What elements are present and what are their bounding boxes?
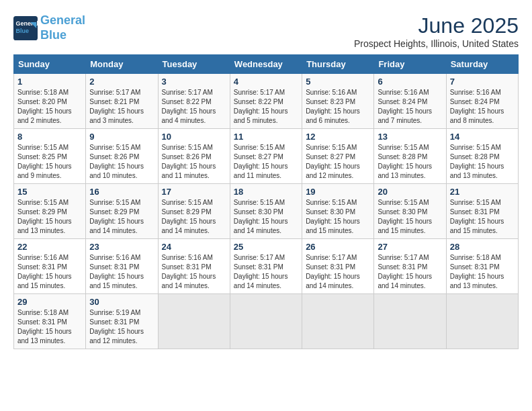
day-info: Sunrise: 5:16 AM Sunset: 8:31 PM Dayligh…: [89, 253, 154, 291]
day-info: Sunrise: 5:15 AM Sunset: 8:31 PM Dayligh…: [450, 198, 515, 236]
day-info: Sunrise: 5:17 AM Sunset: 8:22 PM Dayligh…: [234, 88, 298, 126]
col-thursday: Thursday: [302, 55, 374, 74]
svg-text:Blue: Blue: [16, 28, 30, 34]
calendar-day-cell: 12Sunrise: 5:15 AM Sunset: 8:27 PM Dayli…: [302, 129, 374, 184]
day-number: 20: [378, 187, 442, 197]
day-number: 23: [89, 242, 154, 252]
calendar-day-cell: 15Sunrise: 5:15 AM Sunset: 8:29 PM Dayli…: [14, 184, 86, 239]
calendar-day-cell: 18Sunrise: 5:15 AM Sunset: 8:30 PM Dayli…: [230, 184, 302, 239]
day-number: 24: [162, 242, 226, 252]
day-info: Sunrise: 5:15 AM Sunset: 8:26 PM Dayligh…: [89, 143, 154, 181]
day-number: 13: [378, 132, 442, 142]
calendar-day-cell: 3Sunrise: 5:17 AM Sunset: 8:22 PM Daylig…: [158, 74, 230, 129]
col-friday: Friday: [374, 55, 446, 74]
day-info: Sunrise: 5:15 AM Sunset: 8:28 PM Dayligh…: [378, 143, 442, 181]
calendar-day-cell: 14Sunrise: 5:15 AM Sunset: 8:28 PM Dayli…: [446, 129, 518, 184]
calendar-day-cell: 8Sunrise: 5:15 AM Sunset: 8:25 PM Daylig…: [14, 129, 86, 184]
calendar-day-cell: 28Sunrise: 5:18 AM Sunset: 8:31 PM Dayli…: [446, 239, 518, 294]
calendar-day-cell: [374, 294, 446, 349]
day-info: Sunrise: 5:19 AM Sunset: 8:31 PM Dayligh…: [89, 308, 154, 346]
calendar-day-cell: 7Sunrise: 5:16 AM Sunset: 8:24 PM Daylig…: [446, 74, 518, 129]
day-number: 19: [306, 187, 370, 197]
calendar-day-cell: 4Sunrise: 5:17 AM Sunset: 8:22 PM Daylig…: [230, 74, 302, 129]
day-number: 27: [378, 242, 442, 252]
calendar-day-cell: 6Sunrise: 5:16 AM Sunset: 8:24 PM Daylig…: [374, 74, 446, 129]
day-info: Sunrise: 5:15 AM Sunset: 8:27 PM Dayligh…: [234, 143, 298, 181]
day-number: 1: [17, 77, 82, 87]
page-header: General Blue General Blue June 2025 Pros…: [13, 13, 519, 49]
day-number: 28: [450, 242, 515, 252]
day-number: 29: [17, 297, 82, 307]
day-info: Sunrise: 5:15 AM Sunset: 8:29 PM Dayligh…: [162, 198, 226, 236]
day-number: 8: [17, 132, 82, 142]
calendar-day-cell: 29Sunrise: 5:18 AM Sunset: 8:31 PM Dayli…: [14, 294, 86, 349]
col-monday: Monday: [86, 55, 158, 74]
logo-text: General Blue: [40, 13, 85, 42]
col-sunday: Sunday: [14, 55, 86, 74]
calendar-week-row: 29Sunrise: 5:18 AM Sunset: 8:31 PM Dayli…: [14, 294, 519, 349]
day-info: Sunrise: 5:15 AM Sunset: 8:26 PM Dayligh…: [162, 143, 226, 181]
day-info: Sunrise: 5:16 AM Sunset: 8:23 PM Dayligh…: [306, 88, 370, 126]
day-number: 4: [234, 77, 298, 87]
day-info: Sunrise: 5:18 AM Sunset: 8:31 PM Dayligh…: [450, 253, 515, 291]
calendar-header-row: Sunday Monday Tuesday Wednesday Thursday…: [14, 55, 519, 74]
calendar-week-row: 1Sunrise: 5:18 AM Sunset: 8:20 PM Daylig…: [14, 74, 519, 129]
calendar-week-row: 15Sunrise: 5:15 AM Sunset: 8:29 PM Dayli…: [14, 184, 519, 239]
calendar-day-cell: 27Sunrise: 5:17 AM Sunset: 8:31 PM Dayli…: [374, 239, 446, 294]
month-title: June 2025: [354, 13, 519, 38]
day-info: Sunrise: 5:17 AM Sunset: 8:31 PM Dayligh…: [306, 253, 370, 291]
day-info: Sunrise: 5:17 AM Sunset: 8:22 PM Dayligh…: [162, 88, 226, 126]
calendar-day-cell: [158, 294, 230, 349]
day-number: 17: [162, 187, 226, 197]
day-info: Sunrise: 5:15 AM Sunset: 8:28 PM Dayligh…: [450, 143, 515, 181]
logo: General Blue General Blue: [13, 13, 85, 42]
calendar-day-cell: 23Sunrise: 5:16 AM Sunset: 8:31 PM Dayli…: [86, 239, 158, 294]
title-block: June 2025 Prospect Heights, Illinois, Un…: [354, 13, 519, 49]
day-number: 9: [89, 132, 154, 142]
day-number: 21: [450, 187, 515, 197]
day-info: Sunrise: 5:16 AM Sunset: 8:31 PM Dayligh…: [162, 253, 226, 291]
location-subtitle: Prospect Heights, Illinois, United State…: [354, 38, 519, 49]
day-number: 2: [89, 77, 154, 87]
day-info: Sunrise: 5:15 AM Sunset: 8:30 PM Dayligh…: [306, 198, 370, 236]
day-info: Sunrise: 5:16 AM Sunset: 8:24 PM Dayligh…: [378, 88, 442, 126]
day-info: Sunrise: 5:18 AM Sunset: 8:20 PM Dayligh…: [17, 88, 82, 126]
col-tuesday: Tuesday: [158, 55, 230, 74]
col-saturday: Saturday: [446, 55, 518, 74]
logo-line2: Blue: [40, 28, 66, 42]
day-number: 22: [17, 242, 82, 252]
calendar-day-cell: 17Sunrise: 5:15 AM Sunset: 8:29 PM Dayli…: [158, 184, 230, 239]
calendar-day-cell: 5Sunrise: 5:16 AM Sunset: 8:23 PM Daylig…: [302, 74, 374, 129]
day-info: Sunrise: 5:15 AM Sunset: 8:30 PM Dayligh…: [234, 198, 298, 236]
day-number: 12: [306, 132, 370, 142]
day-info: Sunrise: 5:17 AM Sunset: 8:21 PM Dayligh…: [89, 88, 154, 126]
calendar-day-cell: 16Sunrise: 5:15 AM Sunset: 8:29 PM Dayli…: [86, 184, 158, 239]
calendar-day-cell: 2Sunrise: 5:17 AM Sunset: 8:21 PM Daylig…: [86, 74, 158, 129]
day-number: 18: [234, 187, 298, 197]
calendar-day-cell: 10Sunrise: 5:15 AM Sunset: 8:26 PM Dayli…: [158, 129, 230, 184]
day-number: 5: [306, 77, 370, 87]
day-info: Sunrise: 5:16 AM Sunset: 8:24 PM Dayligh…: [450, 88, 515, 126]
day-info: Sunrise: 5:15 AM Sunset: 8:30 PM Dayligh…: [378, 198, 442, 236]
calendar-day-cell: 26Sunrise: 5:17 AM Sunset: 8:31 PM Dayli…: [302, 239, 374, 294]
calendar-day-cell: 20Sunrise: 5:15 AM Sunset: 8:30 PM Dayli…: [374, 184, 446, 239]
calendar-week-row: 8Sunrise: 5:15 AM Sunset: 8:25 PM Daylig…: [14, 129, 519, 184]
day-number: 16: [89, 187, 154, 197]
calendar-day-cell: [446, 294, 518, 349]
day-number: 14: [450, 132, 515, 142]
calendar-day-cell: [302, 294, 374, 349]
calendar-day-cell: 25Sunrise: 5:17 AM Sunset: 8:31 PM Dayli…: [230, 239, 302, 294]
day-info: Sunrise: 5:15 AM Sunset: 8:29 PM Dayligh…: [17, 198, 82, 236]
calendar-day-cell: [230, 294, 302, 349]
day-info: Sunrise: 5:15 AM Sunset: 8:25 PM Dayligh…: [17, 143, 82, 181]
calendar-day-cell: 30Sunrise: 5:19 AM Sunset: 8:31 PM Dayli…: [86, 294, 158, 349]
calendar-day-cell: 21Sunrise: 5:15 AM Sunset: 8:31 PM Dayli…: [446, 184, 518, 239]
day-number: 25: [234, 242, 298, 252]
logo-icon: General Blue: [13, 16, 38, 40]
calendar-day-cell: 1Sunrise: 5:18 AM Sunset: 8:20 PM Daylig…: [14, 74, 86, 129]
day-info: Sunrise: 5:15 AM Sunset: 8:29 PM Dayligh…: [89, 198, 154, 236]
col-wednesday: Wednesday: [230, 55, 302, 74]
logo-line1: General: [40, 13, 85, 27]
day-number: 7: [450, 77, 515, 87]
calendar-day-cell: 13Sunrise: 5:15 AM Sunset: 8:28 PM Dayli…: [374, 129, 446, 184]
